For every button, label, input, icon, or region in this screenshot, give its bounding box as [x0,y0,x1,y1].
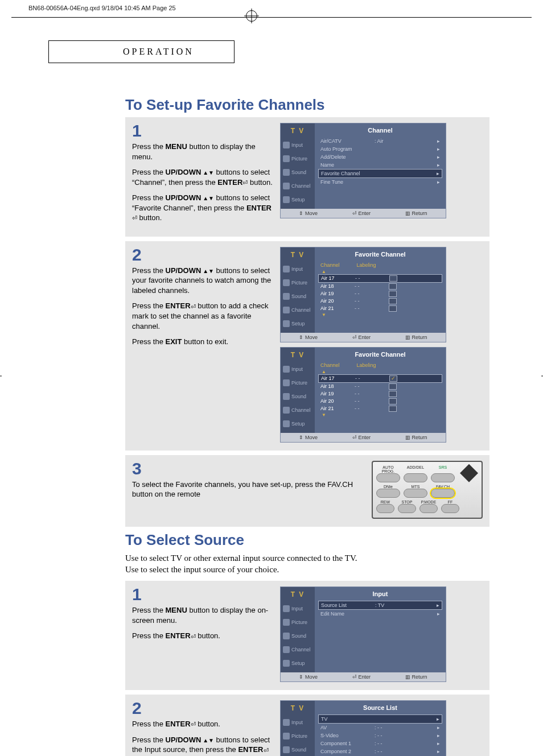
enter-icon: ⏎ [191,720,196,729]
remote-button [431,473,455,482]
osd-sidebar: T VInputPictureSoundChannelSetup [281,701,315,756]
osd-menu-row[interactable]: Auto Program▸ [318,145,442,153]
updown-icon: ▲▼ [201,170,214,176]
remote-button [419,504,438,513]
osd-sidebar: T VInputPictureSoundChannelSetup [281,123,315,209]
osd-menu-row[interactable]: TV▸ [318,714,442,724]
osd-checkbox[interactable] [389,275,397,282]
title-select-source: To Select Source [125,531,489,549]
osd-category: Channel [281,643,315,656]
osd-menu-row[interactable]: Favorite Channel▸ [318,169,442,178]
remote-button [398,504,416,513]
osd-channel-menu: T VInputPictureSoundChannelSetup Channel… [280,123,446,218]
osd-checkbox[interactable] [389,383,397,390]
osd-category: Channel [281,179,315,193]
fav-step-2: 2 Press the UP/DOWN ▲▼ buttons to select… [125,241,489,451]
osd-category: Input [281,716,315,729]
osd-menu-row[interactable]: Fine Tune▸ [318,178,442,186]
osd-title: Channel [318,126,442,137]
osd-hints: ⇕ Move ⏎ Enter ▥ Return [281,209,446,218]
osd-column-headers: ChannelLabeling [318,261,442,269]
osd-checkbox[interactable] [389,291,397,297]
source-step-2: 2 Press the ENTER⏎ button. Press the UP/… [125,695,489,756]
remote-button [441,504,459,513]
remote-button [404,473,427,482]
osd-menu-row[interactable]: Component 1: - -▸ [318,740,442,747]
osd-menu-row[interactable]: Edit Name▸ [318,610,442,618]
osd-category: Setup [281,193,315,206]
osd-category: Picture [281,152,315,166]
osd-channel-row[interactable]: Air 18- - [318,383,442,390]
remote-button [376,504,394,513]
osd-sidebar: T VInputPictureSoundChannelSetup [281,348,315,433]
osd-channel-row[interactable]: Air 18- - [318,283,442,290]
osd-channel-row[interactable]: Air 19- - [318,390,442,398]
title-favorite-channels: To Set-up Favorite Channels [125,96,489,114]
osd-hints: ⇕ Move ⏎ Enter ▥ Return [281,333,446,342]
remote-button [376,489,400,498]
osd-checkbox[interactable] [389,283,397,290]
osd-category: Channel [281,303,315,317]
osd-checkbox[interactable] [389,391,397,397]
osd-category: Sound [281,743,315,756]
osd-channel-row[interactable]: Air 17- - [318,374,442,383]
osd-favorite-unchecked: T VInputPictureSoundChannelSetup Favorit… [280,247,446,342]
osd-menu-row[interactable]: Name▸ [318,161,442,169]
step-number: 3 [132,461,360,476]
osd-menu-row[interactable]: Add/Delete▸ [318,153,442,161]
osd-channel-row[interactable]: Air 20- - [318,298,442,305]
operation-label: OPERATION [123,47,194,56]
osd-sidebar: T VInputPictureSoundChannelSetup [281,247,315,333]
osd-category: Picture [281,615,315,629]
osd-channel-row[interactable]: Air 21- - [318,405,442,412]
osd-menu-row[interactable]: Source List: TV▸ [318,601,442,610]
osd-category: Picture [281,729,315,743]
osd-channel-row[interactable]: Air 17- - [318,274,442,283]
osd-hints: ⇕ Move ⏎ Enter ▥ Return [281,672,446,681]
osd-checkbox[interactable] [389,305,397,312]
remote-favch-button[interactable] [431,489,455,498]
osd-checkbox[interactable] [389,298,397,304]
osd-menu-row[interactable]: Component 2: - -▸ [318,747,442,755]
step-number: 1 [132,586,274,602]
osd-input-menu: T VInputPictureSoundChannelSetup Input S… [280,586,446,682]
step-number: 1 [132,123,274,138]
osd-category: Sound [281,166,315,179]
osd-category: Input [281,138,315,152]
fav-step-3: 3 To select the Favorite channels, you h… [125,455,489,527]
osd-source-list: T VInputPictureSoundChannelSetup Source … [280,700,446,756]
osd-checkbox[interactable] [389,406,397,412]
enter-icon: ⏎ [191,633,196,641]
updown-icon: ▲▼ [201,195,214,201]
osd-channel-row[interactable]: Air 19- - [318,290,442,298]
remote-snippet: AUTO PROG. ADD/DEL SRS DNIe MTS FAV.CH [372,461,483,519]
osd-checkbox[interactable] [389,375,397,382]
osd-favorite-checked: T VInputPictureSoundChannelSetup Favorit… [280,347,446,443]
osd-category: Input [281,362,315,376]
osd-hints: ⇕ Move ⏎ Enter ▥ Return [281,433,446,442]
osd-menu-row[interactable]: S-Video: - -▸ [318,732,442,740]
enter-icon: ⏎ [132,214,137,222]
select-source-intro: Use to select TV or other external input… [125,552,489,576]
osd-checkbox[interactable] [389,398,397,404]
fav-step-1: 1 Press the MENU button to display the m… [125,117,489,237]
updown-icon: ▲▼ [201,737,214,743]
osd-menu-row[interactable]: Air/CATV: Air▸ [318,137,442,145]
osd-category: Input [281,602,315,615]
print-header: BN68-00656A-04Eng.qxd 9/18/04 10:45 AM P… [0,0,543,16]
source-step-1: 1 Press the MENU button to display the o… [125,581,489,690]
osd-channel-row[interactable]: Air 21- - [318,305,442,312]
step-number: 2 [132,247,274,262]
osd-title: Favorite Channel [318,350,442,361]
osd-channel-row[interactable]: Air 20- - [318,398,442,405]
enter-icon: ⏎ [264,746,269,755]
osd-column-headers: ChannelLabeling [318,361,442,369]
updown-icon: ▲▼ [201,268,214,274]
osd-category: Picture [281,276,315,290]
osd-sidebar: T VInputPictureSoundChannelSetup [281,587,315,672]
osd-category: Picture [281,376,315,390]
osd-title: Input [318,589,442,601]
osd-menu-row[interactable]: AV: - -▸ [318,724,442,732]
osd-category: Sound [281,390,315,403]
remote-button [376,473,400,482]
